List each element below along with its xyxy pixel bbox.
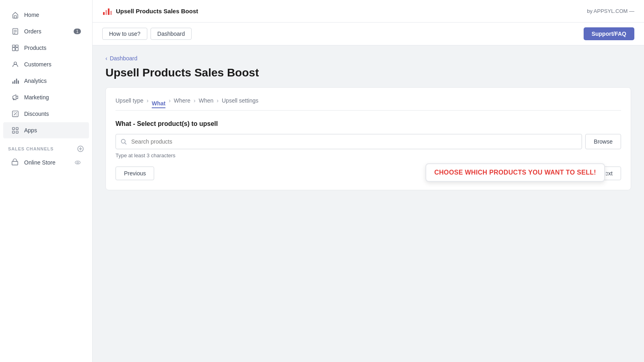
add-channel-icon[interactable] xyxy=(77,145,84,152)
svg-rect-28 xyxy=(103,12,105,15)
breadcrumb-label: Dashboard xyxy=(110,55,138,62)
stepper: Upsell type›What›Where›When›Upsell setti… xyxy=(116,97,621,111)
sidebar-item-products[interactable]: Products xyxy=(3,40,89,56)
step-separator: › xyxy=(217,97,219,104)
support-faq-button[interactable]: Support/FAQ xyxy=(584,27,634,40)
bar-chart-icon xyxy=(102,6,112,16)
topbar: Upsell Products Sales Boost by APPSYL.CO… xyxy=(93,0,644,23)
sidebar-item-label: Apps xyxy=(24,127,37,134)
svg-point-16 xyxy=(14,112,14,113)
store-icon xyxy=(11,158,19,167)
search-wrapper xyxy=(116,134,582,149)
sidebar-item-label: Discounts xyxy=(24,111,49,117)
svg-rect-29 xyxy=(105,10,107,15)
step-where[interactable]: Where xyxy=(174,97,190,104)
svg-rect-31 xyxy=(110,11,112,15)
search-row: Browse xyxy=(116,134,621,149)
step-separator: › xyxy=(194,97,196,104)
apps-icon xyxy=(11,126,19,134)
footer-buttons: Previous CHOOSE WHICH PRODUCTS YOU WANT … xyxy=(116,167,621,180)
svg-rect-5 xyxy=(12,47,15,51)
svg-line-33 xyxy=(125,143,126,144)
sidebar-item-label: Analytics xyxy=(24,78,47,84)
sidebar-item-home[interactable]: Home xyxy=(3,7,89,23)
content-area: ‹ Dashboard Upsell Products Sales Boost … xyxy=(93,45,644,362)
app-title-area: Upsell Products Sales Boost xyxy=(102,6,198,16)
svg-rect-10 xyxy=(12,82,14,84)
sidebar-item-orders[interactable]: Orders1 xyxy=(3,23,89,39)
app-title: Upsell Products Sales Boost xyxy=(116,8,198,14)
sidebar-item-label: Marketing xyxy=(24,94,49,101)
svg-rect-0 xyxy=(14,16,16,18)
svg-rect-12 xyxy=(16,79,17,84)
dashboard-nav-button[interactable]: Dashboard xyxy=(151,28,192,40)
sidebar-item-label: Customers xyxy=(24,61,52,68)
previous-button[interactable]: Previous xyxy=(116,167,154,180)
step-separator: › xyxy=(169,97,171,104)
step-upsell-type[interactable]: Upsell type xyxy=(116,97,143,104)
step-when[interactable]: When xyxy=(199,97,214,104)
svg-point-17 xyxy=(16,115,17,115)
sidebar-item-label: Orders xyxy=(24,28,41,35)
sidebar: HomeOrders1ProductsCustomersAnalyticsMar… xyxy=(0,0,93,362)
analytics-icon xyxy=(11,77,19,85)
how-to-use-button[interactable]: How to use? xyxy=(102,28,147,40)
sidebar-item-label: Home xyxy=(24,12,39,18)
home-icon xyxy=(11,11,19,19)
products-icon xyxy=(11,44,19,52)
sidebar-item-customers[interactable]: Customers xyxy=(3,56,89,72)
sidebar-item-marketing[interactable]: Marketing xyxy=(3,89,89,105)
svg-point-26 xyxy=(75,161,80,164)
step-what[interactable]: What xyxy=(152,100,165,108)
svg-rect-8 xyxy=(16,45,18,47)
hint-text: Type at least 3 characters xyxy=(116,152,621,158)
section-title: What - Select product(s) to upsell xyxy=(116,120,621,128)
svg-rect-19 xyxy=(16,128,18,130)
by-label: by APPSYL.COM — xyxy=(587,8,634,14)
order-badge: 1 xyxy=(74,29,81,34)
search-input[interactable] xyxy=(116,134,582,149)
svg-rect-11 xyxy=(14,80,15,84)
svg-rect-30 xyxy=(108,8,109,15)
main-area: Upsell Products Sales Boost by APPSYL.CO… xyxy=(93,0,644,362)
step-separator: › xyxy=(147,97,149,104)
orders-icon xyxy=(11,27,19,35)
svg-rect-21 xyxy=(16,131,18,133)
online-store-item[interactable]: Online Store xyxy=(3,155,89,170)
step-upsell-settings[interactable]: Upsell settings xyxy=(222,97,258,104)
tooltip-text: CHOOSE WHICH PRODUCTS YOU WANT TO SELL! xyxy=(434,169,596,176)
svg-rect-13 xyxy=(18,80,19,84)
svg-rect-18 xyxy=(12,128,14,130)
main-card: Upsell type›What›Where›When›Upsell setti… xyxy=(105,87,631,190)
marketing-icon xyxy=(11,93,19,101)
svg-point-27 xyxy=(77,162,78,163)
sidebar-item-apps[interactable]: Apps xyxy=(3,122,89,138)
svg-rect-25 xyxy=(12,161,18,165)
tooltip-bubble: CHOOSE WHICH PRODUCTS YOU WANT TO SELL! xyxy=(425,163,605,182)
sidebar-item-label: Products xyxy=(24,45,46,51)
secondary-nav: How to use? Dashboard Support/FAQ xyxy=(93,23,644,45)
page-title: Upsell Products Sales Boost xyxy=(105,66,631,79)
search-icon xyxy=(120,138,127,145)
customers-icon xyxy=(11,60,19,68)
sidebar-item-discounts[interactable]: Discounts xyxy=(3,106,89,122)
browse-button[interactable]: Browse xyxy=(585,134,621,149)
visibility-icon[interactable] xyxy=(74,159,81,166)
sidebar-item-analytics[interactable]: Analytics xyxy=(3,73,89,89)
svg-rect-6 xyxy=(16,47,18,51)
svg-rect-20 xyxy=(12,131,14,133)
sales-channels-section: SALES CHANNELS xyxy=(0,139,92,155)
breadcrumb[interactable]: ‹ Dashboard xyxy=(105,55,631,62)
svg-rect-7 xyxy=(12,45,15,47)
breadcrumb-chevron-icon: ‹ xyxy=(105,55,107,62)
discounts-icon xyxy=(11,110,19,118)
